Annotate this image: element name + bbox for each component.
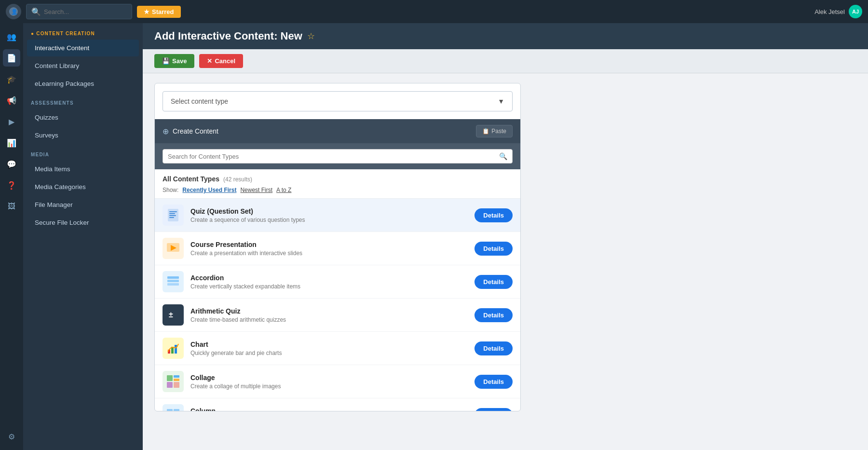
content-type-name: Quiz (Question Set) [190, 207, 468, 215]
sort-recently-used[interactable]: Recently Used First [182, 187, 236, 193]
starred-button[interactable]: ★ Starred [137, 6, 181, 18]
content-type-search-input[interactable] [168, 153, 499, 160]
nav-icon-video[interactable]: ▶ [3, 113, 20, 130]
content-type-desc: Create time-based arithmetic quizzes [190, 316, 468, 323]
favorite-icon[interactable]: ☆ [307, 31, 315, 41]
content-type-list: Quiz (Question Set) Create a sequence of… [155, 199, 520, 411]
list-item: Course Presentation Create a presentatio… [155, 232, 520, 265]
content-type-info: Arithmetic Quiz Create time-based arithm… [190, 307, 468, 323]
sidebar-item-secure-file-locker[interactable]: Secure File Locker [27, 214, 139, 231]
content-type-info: Chart Quickly generate bar and pie chart… [190, 341, 468, 356]
svg-rect-11 [167, 283, 179, 286]
content-type-info: Course Presentation Create a presentatio… [190, 241, 468, 257]
sidebar-item-media-items[interactable]: Media Items [27, 161, 139, 177]
content-type-name: Accordion [190, 274, 468, 282]
results-header: All Content Types (42 results) [155, 169, 520, 185]
list-item: Collage Create a collage of multiple ima… [155, 365, 520, 398]
content-type-name: Arithmetic Quiz [190, 307, 468, 315]
svg-rect-20 [167, 382, 173, 388]
details-button[interactable]: Details [475, 341, 513, 355]
paste-button[interactable]: 📋 Paste [476, 125, 513, 137]
sidebar-item-surveys[interactable]: Surveys [27, 127, 139, 144]
sidebar-item-interactive-content[interactable]: Interactive Content [27, 40, 139, 56]
sidebar-item-elearning-packages[interactable]: eLearning Packages [27, 75, 139, 92]
nav-icon-messages[interactable]: 💬 [3, 155, 20, 173]
section-dot: ● [31, 31, 36, 36]
svg-rect-9 [167, 276, 179, 279]
sidebar-item-media-categories[interactable]: Media Categories [27, 178, 139, 195]
details-button[interactable]: Details [475, 242, 513, 256]
nav-icon-settings[interactable]: ⚙ [3, 428, 20, 445]
details-button[interactable]: Details [475, 308, 513, 322]
avatar: AJ [849, 5, 862, 18]
search-bar-row: 🔍 [155, 143, 520, 169]
select-placeholder: Select content type [171, 97, 228, 105]
search-icon: 🔍 [31, 7, 41, 16]
results-title: All Content Types [163, 175, 219, 183]
sidebar-section-content-creation: ● CONTENT CREATION [23, 23, 143, 39]
cancel-icon: ✕ [207, 57, 212, 65]
content-type-icon: ± [163, 304, 184, 326]
sidebar-section-assessments: ASSESSMENTS [23, 93, 143, 109]
content-type-desc: Create a presentation with interactive s… [190, 250, 468, 257]
content-type-desc: Create vertically stacked expandable ite… [190, 283, 468, 290]
create-content-icon: ⊕ [163, 127, 169, 136]
nav-icon-media[interactable]: 🖼 [3, 198, 20, 215]
topbar: 👤 🔍 ★ Starred Alek Jetsel AJ [0, 0, 868, 23]
nav-icon-analytics[interactable]: 📊 [3, 134, 20, 151]
app-logo: 👤 [6, 4, 21, 19]
select-content-type-dropdown[interactable]: Select content type ▼ [163, 91, 513, 111]
star-icon: ★ [144, 8, 149, 15]
content-type-search[interactable]: 🔍 [163, 149, 513, 164]
sort-a-to-z[interactable]: A to Z [276, 187, 291, 193]
content-type-dialog: Select content type ▼ ⊕ Create Content 📋… [154, 83, 521, 411]
svg-rect-10 [167, 280, 179, 282]
page-title: Add Interactive Content: New [154, 30, 302, 42]
sidebar-item-file-manager[interactable]: File Manager [27, 196, 139, 213]
content-type-name: Chart [190, 341, 468, 348]
content-type-desc: Create a sequence of various question ty… [190, 217, 468, 223]
search-input[interactable] [44, 8, 127, 15]
nav-icon-content[interactable]: 📄 [3, 49, 20, 67]
search-bar[interactable]: 🔍 [26, 4, 132, 19]
svg-rect-21 [174, 382, 179, 388]
details-button[interactable]: Details [475, 375, 513, 389]
svg-rect-19 [174, 379, 179, 381]
list-item: Accordion Create vertically stacked expa… [155, 265, 520, 299]
list-item: Quiz (Question Set) Create a sequence of… [155, 199, 520, 232]
content-type-icon [163, 371, 184, 392]
main-layout: 👥 📄 🎓 📢 ▶ 📊 💬 ❓ 🖼 ⚙ ● CONTENT CREATION I… [0, 23, 868, 450]
list-item: Column Organize Interactive Content cont… [155, 398, 520, 411]
svg-rect-5 [169, 215, 176, 216]
sort-newest-first[interactable]: Newest First [240, 187, 272, 193]
user-menu[interactable]: Alek Jetsel AJ [814, 5, 862, 18]
nav-icon-courses[interactable]: 🎓 [3, 70, 20, 88]
details-button[interactable]: Details [475, 275, 513, 289]
content-type-desc: Quickly generate bar and pie charts [190, 350, 468, 356]
content-type-icon [163, 271, 184, 292]
show-bar: Show: Recently Used First Newest First A… [155, 185, 520, 199]
content-area: Add Interactive Content: New ☆ 💾 Save ✕ … [143, 23, 868, 450]
nav-icon-quiz[interactable]: ❓ [3, 177, 20, 194]
sidebar-nav: ● CONTENT CREATION Interactive Content C… [23, 23, 143, 450]
search-icon: 🔍 [499, 152, 507, 160]
nav-icon-announcements[interactable]: 📢 [3, 92, 20, 109]
sidebar-item-content-library[interactable]: Content Library [27, 57, 139, 74]
svg-rect-4 [169, 213, 175, 214]
nav-icon-people[interactable]: 👥 [3, 28, 20, 45]
content-type-name: Collage [190, 374, 468, 382]
svg-text:±: ± [169, 311, 173, 319]
details-button[interactable]: Details [475, 408, 513, 411]
list-item: Chart Quickly generate bar and pie chart… [155, 332, 520, 365]
details-button[interactable]: Details [475, 208, 513, 222]
main-panel: Select content type ▼ ⊕ Create Content 📋… [143, 73, 868, 450]
svg-rect-23 [174, 409, 179, 411]
sidebar-item-quizzes[interactable]: Quizzes [27, 109, 139, 126]
content-type-info: Collage Create a collage of multiple ima… [190, 374, 468, 390]
content-type-name: Course Presentation [190, 241, 468, 248]
save-button[interactable]: 💾 Save [154, 54, 194, 68]
svg-rect-3 [169, 211, 177, 212]
sidebar-icon-rail: 👥 📄 🎓 📢 ▶ 📊 💬 ❓ 🖼 ⚙ [0, 23, 23, 450]
svg-rect-16 [175, 345, 177, 354]
cancel-button[interactable]: ✕ Cancel [199, 54, 243, 68]
